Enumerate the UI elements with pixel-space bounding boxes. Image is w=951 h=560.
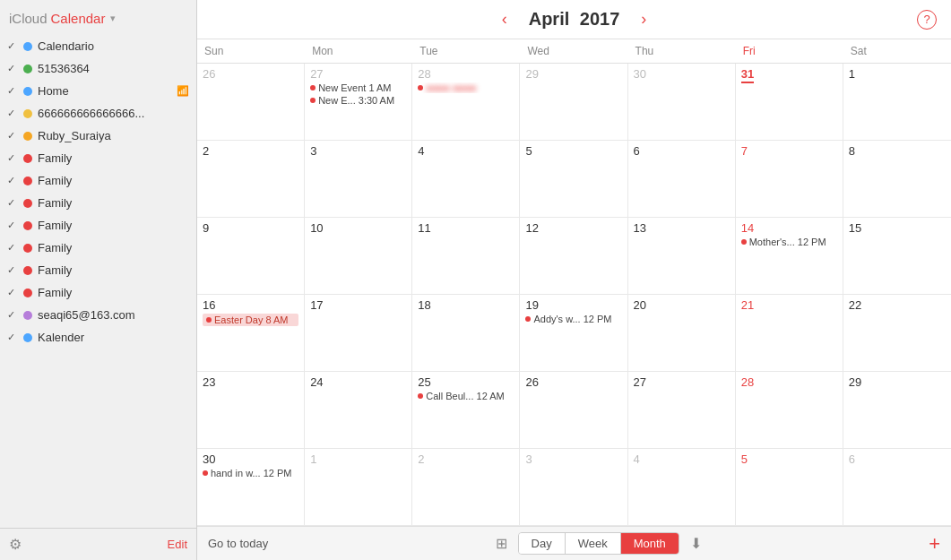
gear-icon[interactable]: ⚙ [9, 536, 22, 553]
cal-cell[interactable]: 19Addy's w... 12 PM [520, 295, 627, 371]
event-item[interactable]: Addy's w... 12 PM [525, 314, 621, 324]
help-button[interactable]: ? [917, 10, 937, 30]
event-item[interactable]: Mother's... 12 PM [741, 237, 837, 247]
event-bar[interactable]: Easter Day 8 AM [203, 314, 298, 326]
cal-cell[interactable]: 16Easter Day 8 AM [197, 295, 305, 371]
date-number: 16 [203, 298, 298, 312]
next-month-button[interactable]: › [637, 10, 650, 29]
sidebar-item-label: 51536364 [38, 62, 175, 75]
sidebar-item-seaqi[interactable]: ✓ seaqi65@163.com [0, 304, 196, 326]
cal-cell[interactable]: 28●●●● ●●●● [412, 64, 520, 140]
date-number: 28 [741, 375, 837, 389]
event-item[interactable]: hand in w... 12 PM [203, 468, 298, 478]
cal-cell[interactable]: 29 [843, 372, 951, 448]
cal-cell[interactable]: 29 [520, 64, 627, 140]
cal-cell[interactable]: 5 [736, 449, 843, 525]
cal-cell[interactable]: 17 [305, 295, 412, 371]
days-header: SunMonTueWedThuFriSat [197, 39, 951, 64]
cal-cell[interactable]: 10 [305, 218, 412, 294]
grid-view-icon[interactable]: ⊞ [492, 535, 511, 552]
cal-cell[interactable]: 15 [843, 218, 951, 294]
sidebar-item-family6[interactable]: ✓ Family [0, 259, 196, 281]
cal-cell[interactable]: 6 [628, 141, 736, 217]
cal-cell[interactable]: 26 [197, 64, 305, 140]
cal-cell[interactable]: 1 [843, 64, 951, 140]
cal-cell[interactable]: 20 [628, 295, 736, 371]
date-number: 29 [849, 375, 946, 389]
event-item[interactable]: New Event 1 AM [310, 82, 406, 93]
cal-cell[interactable]: 12 [520, 218, 627, 294]
sidebar-item-label: Family [38, 263, 175, 277]
cal-cell[interactable]: 18 [412, 295, 520, 371]
calendar-dot [23, 199, 32, 208]
sidebar-item-kalender[interactable]: ✓ Kalender [0, 326, 196, 349]
date-number: 19 [525, 298, 621, 312]
cal-cell[interactable]: 13 [628, 218, 736, 294]
event-item[interactable]: New E... 3:30 AM [310, 95, 406, 106]
sidebar-item-home[interactable]: ✓ Home 📶 [0, 80, 196, 102]
date-number: 5 [525, 144, 621, 158]
cal-cell[interactable]: 7 [736, 141, 843, 217]
event-item[interactable]: Call Beul... 12 AM [418, 391, 514, 401]
cal-cell[interactable]: 8 [843, 141, 951, 217]
event-text: New Event 1 AM [318, 82, 391, 93]
date-number: 12 [525, 221, 621, 235]
cal-cell[interactable]: 6 [843, 449, 951, 525]
view-buttons: DayWeekMonth [518, 532, 679, 555]
cal-cell[interactable]: 1 [305, 449, 412, 525]
cal-cell[interactable]: 27New Event 1 AMNew E... 3:30 AM [305, 64, 412, 140]
sidebar-item-family5[interactable]: ✓ Family [0, 237, 196, 259]
cal-cell[interactable]: 30hand in w... 12 PM [197, 449, 305, 525]
view-btn-month[interactable]: Month [621, 533, 679, 554]
cal-cell[interactable]: 4 [628, 449, 736, 525]
sidebar-item-label: Family [38, 196, 175, 210]
cal-cell[interactable]: 3 [520, 449, 627, 525]
cal-cell[interactable]: 2 [412, 449, 520, 525]
sidebar-item-family7[interactable]: ✓ Family [0, 281, 196, 304]
cal-cell[interactable]: 31 [736, 64, 843, 140]
sidebar-item-label: Family [38, 241, 175, 254]
sidebar-item-family3[interactable]: ✓ Family [0, 192, 196, 214]
prev-month-button[interactable]: ‹ [498, 10, 511, 29]
cal-cell[interactable]: 30 [628, 64, 736, 140]
cal-cell[interactable]: 22 [843, 295, 951, 371]
view-btn-week[interactable]: Week [566, 533, 621, 554]
calendar-dot [23, 177, 32, 185]
sidebar-item-family4[interactable]: ✓ Family [0, 214, 196, 237]
event-item[interactable]: ●●●● ●●●● [418, 82, 514, 93]
cal-cell[interactable]: 9 [197, 218, 305, 294]
cal-cell[interactable]: 23 [197, 372, 305, 448]
view-btn-day[interactable]: Day [519, 533, 566, 554]
cal-cell[interactable]: 3 [305, 141, 412, 217]
cal-cell[interactable]: 28 [736, 372, 843, 448]
cal-cell[interactable]: 5 [520, 141, 627, 217]
sidebar-item-long-name[interactable]: ✓ 666666666666666... [0, 102, 196, 125]
cal-cell[interactable]: 4 [412, 141, 520, 217]
sidebar-item-family2[interactable]: ✓ Family [0, 169, 196, 192]
calendar-dot [23, 266, 32, 275]
download-icon[interactable]: ⬇ [687, 535, 705, 552]
cal-cell[interactable]: 11 [412, 218, 520, 294]
sidebar-item-51536364[interactable]: ✓ 51536364 [0, 57, 196, 80]
cal-cell[interactable]: 25Call Beul... 12 AM [412, 372, 520, 448]
sidebar-item-ruby-suraiya[interactable]: ✓ Ruby_Suraiya [0, 125, 196, 147]
cal-cell[interactable]: 26 [520, 372, 627, 448]
cal-cell[interactable]: 2 [197, 141, 305, 217]
sidebar-item-family1[interactable]: ✓ Family [0, 147, 196, 169]
sidebar-item-label: Calendario [38, 39, 175, 53]
date-number: 7 [741, 144, 837, 158]
date-number: 2 [418, 452, 514, 466]
calendar-footer: Go to today ⊞ DayWeekMonth ⬇ + [197, 526, 951, 560]
edit-button[interactable]: Edit [168, 538, 187, 551]
sidebar-item-label: Family [38, 174, 175, 187]
cal-cell[interactable]: 24 [305, 372, 412, 448]
cal-cell[interactable]: 27 [628, 372, 736, 448]
cal-cell[interactable]: 21 [736, 295, 843, 371]
go-today-button[interactable]: Go to today [208, 537, 268, 550]
date-number: 6 [634, 144, 730, 158]
sidebar-item-label: Kalender [38, 331, 175, 344]
checkmark-icon: ✓ [4, 242, 18, 254]
cal-cell[interactable]: 14Mother's... 12 PM [736, 218, 843, 294]
add-event-button[interactable]: + [929, 534, 940, 554]
sidebar-item-calendario[interactable]: ✓ Calendario [0, 35, 196, 57]
